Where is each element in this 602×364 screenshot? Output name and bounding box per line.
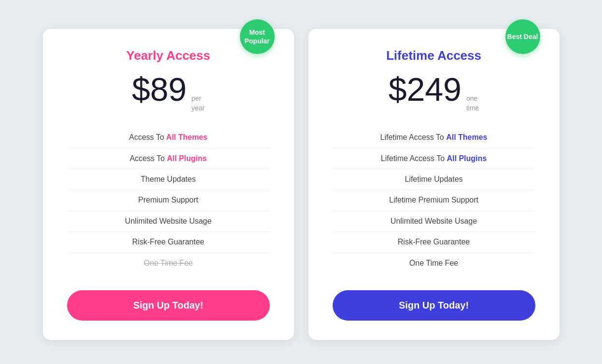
features-list-lifetime: Lifetime Access To All ThemesLifetime Ac… [333,127,535,273]
badge-yearly: Most Popular [240,19,275,54]
feature-item-lifetime-2: Lifetime Updates [333,169,535,190]
price-amount-yearly: $89 [132,73,186,106]
price-amount-lifetime: $249 [389,73,462,106]
pricing-container: Most PopularYearly Access$89per yearAcce… [0,0,602,364]
feature-item-yearly-3: Premium Support [67,190,270,211]
feature-item-yearly-6: One Time Fee [67,253,270,273]
cta-button-yearly[interactable]: Sign Up Today! [67,290,270,321]
card-wrapper-lifetime: Best DealLifetime Access$249one timeLife… [308,29,560,340]
badge-lifetime: Best Deal [505,19,540,54]
feature-item-yearly-2: Theme Updates [67,169,270,190]
cta-button-lifetime[interactable]: Sign Up Today! [333,290,535,321]
price-period-yearly: per year [192,94,205,113]
feature-item-lifetime-6: One Time Fee [333,253,535,273]
pricing-card-lifetime: Lifetime Access$249one timeLifetime Acce… [308,29,560,340]
pricing-card-yearly: Yearly Access$89per yearAccess To All Th… [43,29,294,340]
feature-item-lifetime-0: Lifetime Access To All Themes [333,127,535,148]
feature-item-lifetime-5: Risk-Free Guarantee [333,232,535,253]
feature-item-yearly-0: Access To All Themes [67,127,270,148]
feature-item-lifetime-4: Unlimited Website Usage [333,211,535,232]
feature-item-lifetime-1: Lifetime Access To All Plugins [333,148,535,169]
features-list-yearly: Access To All ThemesAccess To All Plugin… [67,127,270,273]
price-row-yearly: $89per year [67,73,270,113]
feature-item-yearly-4: Unlimited Website Usage [67,211,270,232]
feature-item-lifetime-3: Lifetime Premium Support [333,190,535,211]
price-row-lifetime: $249one time [333,73,535,113]
price-period-lifetime: one time [466,94,479,113]
card-title-lifetime: Lifetime Access [333,48,535,63]
card-wrapper-yearly: Most PopularYearly Access$89per yearAcce… [43,29,294,340]
feature-item-yearly-1: Access To All Plugins [67,148,270,169]
feature-item-yearly-5: Risk-Free Guarantee [67,232,270,253]
card-title-yearly: Yearly Access [67,48,270,63]
